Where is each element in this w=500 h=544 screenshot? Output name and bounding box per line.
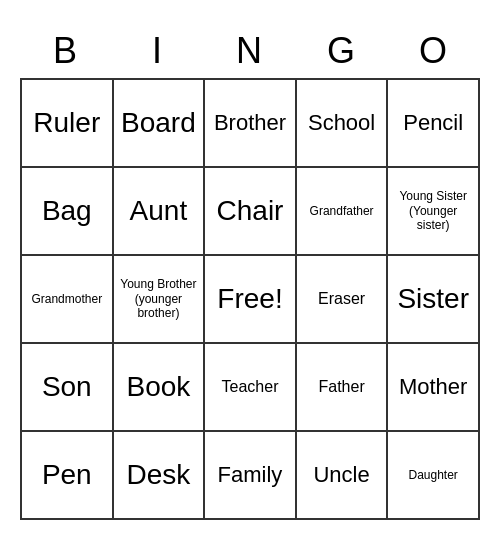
header-letter: I — [112, 24, 204, 78]
cell-r1-c1: Aunt — [114, 168, 206, 256]
cell-r3-c4: Mother — [388, 344, 480, 432]
cell-r0-c0: Ruler — [22, 80, 114, 168]
header-letter: N — [204, 24, 296, 78]
header-letter: G — [296, 24, 388, 78]
cell-r2-c1: Young Brother(younger brother) — [114, 256, 206, 344]
cell-r4-c1: Desk — [114, 432, 206, 520]
cell-r0-c3: School — [297, 80, 389, 168]
cell-r3-c0: Son — [22, 344, 114, 432]
cell-r0-c2: Brother — [205, 80, 297, 168]
header-letter: B — [20, 24, 112, 78]
cell-r4-c4: Daughter — [388, 432, 480, 520]
cell-r1-c4: Young Sister(Younger sister) — [388, 168, 480, 256]
bingo-card: BINGO RulerBoardBrotherSchoolPencilBagAu… — [10, 14, 490, 530]
cell-r4-c0: Pen — [22, 432, 114, 520]
cell-r1-c2: Chair — [205, 168, 297, 256]
cell-r1-c3: Grandfather — [297, 168, 389, 256]
cell-r0-c4: Pencil — [388, 80, 480, 168]
cell-r2-c3: Eraser — [297, 256, 389, 344]
cell-r3-c2: Teacher — [205, 344, 297, 432]
cell-r0-c1: Board — [114, 80, 206, 168]
cell-r1-c0: Bag — [22, 168, 114, 256]
bingo-grid: RulerBoardBrotherSchoolPencilBagAuntChai… — [20, 78, 480, 520]
cell-r2-c4: Sister — [388, 256, 480, 344]
cell-r3-c3: Father — [297, 344, 389, 432]
bingo-header: BINGO — [20, 24, 480, 78]
cell-r3-c1: Book — [114, 344, 206, 432]
header-letter: O — [388, 24, 480, 78]
cell-r4-c2: Family — [205, 432, 297, 520]
cell-r4-c3: Uncle — [297, 432, 389, 520]
cell-r2-c2: Free! — [205, 256, 297, 344]
cell-r2-c0: Grandmother — [22, 256, 114, 344]
